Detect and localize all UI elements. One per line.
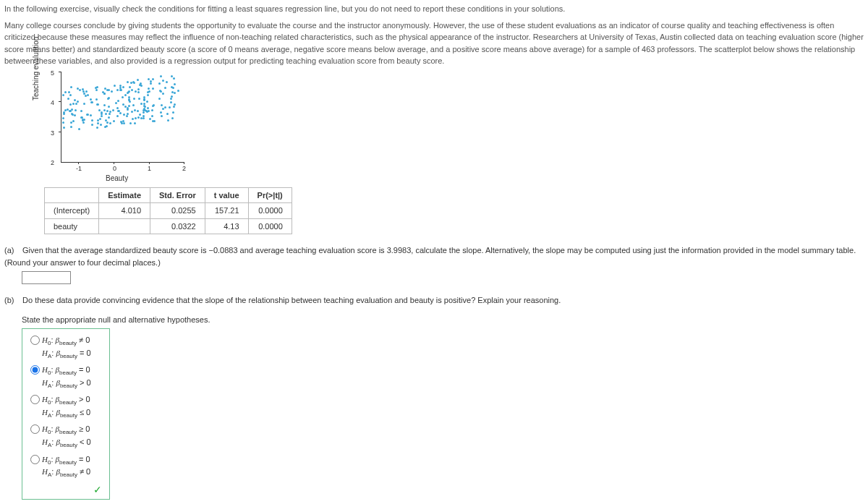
plot-region [61,72,184,163]
part-b-intro: Do these data provide convincing evidenc… [22,296,561,304]
slope-input[interactable] [22,271,71,284]
hypothesis-radio-4[interactable] [30,455,40,464]
y-axis-label: Teaching evaluation [30,36,41,100]
th-estimate: Estimate [99,187,150,203]
ytick-3: 3 [51,129,54,139]
hypothesis-radio-2[interactable] [30,395,40,404]
hypothesis-option-1[interactable]: H0: βbeauty = 0HA: βbeauty > 0 [27,364,103,390]
th-tvalue: t value [205,187,248,203]
hypothesis-option-2[interactable]: H0: βbeauty > 0HA: βbeauty ≤ 0 [27,394,103,419]
part-a: (a) Given that the average standardized … [4,244,864,284]
xtick-n1: -1 [76,164,82,174]
th-stderr: Std. Error [150,187,205,203]
hypothesis-option-0[interactable]: H0: βbeauty ≠ 0HA: βbeauty = 0 [27,335,103,360]
row-beauty-se: 0.0322 [150,218,205,234]
scatterplot: Teaching evaluation Beauty 5 4 3 2 -1 0 … [41,72,200,180]
row-beauty-t: 4.13 [205,218,248,234]
hypothesis-option-3[interactable]: H0: βbeauty ≥ 0HA: βbeauty < 0 [27,424,103,449]
ytick-5: 5 [51,69,54,79]
th-pr: Pr(>|t|) [248,187,292,203]
part-b-label: (b) [4,294,20,307]
hypothesis-radio-0[interactable] [30,336,40,345]
row-beauty-est [99,218,150,234]
correct-check-icon: ✓ [27,482,103,497]
hypothesis-radio-3[interactable] [30,424,40,434]
xtick-2: 2 [182,164,186,174]
instruction-text: In the following exercise, visually chec… [4,3,864,15]
row-intercept-t: 157.21 [205,203,248,219]
th-blank [45,187,99,203]
xtick-0: 0 [113,164,116,174]
row-intercept-se: 0.0255 [150,203,205,219]
context-paragraph: Many college courses conclude by giving … [4,20,864,67]
part-a-text: Given that the average standardized beau… [4,246,856,267]
row-intercept-label: (Intercept) [45,203,99,219]
row-intercept-p: 0.0000 [248,203,292,219]
regression-table: Estimate Std. Error t value Pr(>|t|) (In… [44,187,292,235]
part-b: (b) Do these data provide convincing evi… [4,294,864,504]
hypothesis-radio-1[interactable] [30,365,40,375]
xtick-1: 1 [148,164,151,174]
hypothesis-choice-box: H0: βbeauty ≠ 0HA: βbeauty = 0H0: βbeaut… [22,328,110,500]
row-intercept-est: 4.010 [99,203,150,219]
row-beauty-p: 0.0000 [248,218,292,234]
x-axis-label: Beauty [106,173,128,184]
part-a-label: (a) [4,244,20,257]
state-hypotheses-text: State the appropriate null and alternati… [22,314,864,326]
hypothesis-option-4[interactable]: H0: βbeauty = 0HA: βbeauty ≠ 0 [27,454,103,479]
ytick-2: 2 [51,158,54,168]
ytick-4: 4 [51,98,54,108]
row-beauty-label: beauty [45,218,99,234]
